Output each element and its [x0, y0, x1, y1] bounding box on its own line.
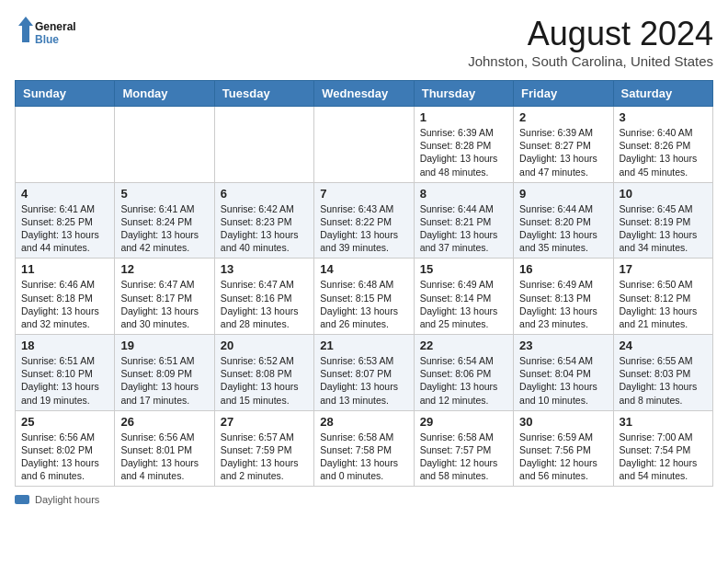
day-number: 24 — [620, 339, 707, 352]
calendar-cell: 24Sunrise: 6:55 AMSunset: 8:03 PMDayligh… — [613, 335, 712, 411]
day-info: Sunrise: 6:45 AMSunset: 8:19 PMDaylight:… — [620, 202, 707, 255]
day-number: 9 — [519, 187, 607, 201]
day-number: 20 — [221, 339, 308, 352]
calendar-cell: 11Sunrise: 6:46 AMSunset: 8:18 PMDayligh… — [16, 259, 115, 335]
day-info: Sunrise: 6:53 AMSunset: 8:07 PMDaylight:… — [320, 354, 407, 407]
day-number: 3 — [620, 110, 707, 124]
calendar-cell: 12Sunrise: 6:47 AMSunset: 8:17 PMDayligh… — [115, 259, 214, 335]
day-number: 31 — [620, 415, 707, 429]
day-number: 18 — [21, 339, 108, 352]
calendar-week-4: 18Sunrise: 6:51 AMSunset: 8:10 PMDayligh… — [16, 335, 713, 411]
calendar-cell: 31Sunrise: 7:00 AMSunset: 7:54 PMDayligh… — [613, 410, 712, 487]
calendar-week-3: 11Sunrise: 6:46 AMSunset: 8:18 PMDayligh… — [16, 259, 713, 335]
calendar-cell — [314, 107, 414, 183]
calendar-cell: 29Sunrise: 6:58 AMSunset: 7:57 PMDayligh… — [414, 410, 513, 487]
calendar-cell: 5Sunrise: 6:41 AMSunset: 8:24 PMDaylight… — [115, 182, 214, 259]
calendar-cell: 4Sunrise: 6:41 AMSunset: 8:25 PMDaylight… — [16, 182, 115, 259]
calendar-cell: 18Sunrise: 6:51 AMSunset: 8:10 PMDayligh… — [16, 335, 115, 411]
day-info: Sunrise: 6:49 AMSunset: 8:13 PMDaylight:… — [519, 278, 607, 330]
calendar-cell: 19Sunrise: 6:51 AMSunset: 8:09 PMDayligh… — [115, 335, 214, 411]
calendar-cell — [115, 107, 214, 183]
day-number: 21 — [320, 339, 407, 352]
svg-text:General: General — [35, 20, 76, 33]
day-number: 27 — [221, 415, 308, 429]
calendar-cell: 25Sunrise: 6:56 AMSunset: 8:02 PMDayligh… — [16, 410, 115, 487]
page-title: August 2024 — [468, 15, 713, 53]
day-info: Sunrise: 6:50 AMSunset: 8:12 PMDaylight:… — [620, 278, 707, 330]
day-info: Sunrise: 7:00 AMSunset: 7:54 PMDaylight:… — [620, 431, 707, 483]
day-number: 26 — [120, 415, 208, 429]
day-info: Sunrise: 6:56 AMSunset: 8:01 PMDaylight:… — [120, 431, 208, 483]
title-area: August 2024 Johnston, South Carolina, Un… — [468, 15, 713, 69]
day-info: Sunrise: 6:51 AMSunset: 8:09 PMDaylight:… — [120, 354, 208, 407]
day-info: Sunrise: 6:47 AMSunset: 8:17 PMDaylight:… — [120, 278, 208, 330]
col-header-wednesday: Wednesday — [314, 81, 414, 107]
day-number: 23 — [519, 339, 607, 352]
day-info: Sunrise: 6:58 AMSunset: 7:57 PMDaylight:… — [420, 431, 507, 483]
day-number: 30 — [519, 415, 607, 429]
calendar-header: SundayMondayTuesdayWednesdayThursdayFrid… — [16, 81, 713, 107]
calendar-cell: 2Sunrise: 6:39 AMSunset: 8:27 PMDaylight… — [514, 107, 613, 183]
calendar-cell: 20Sunrise: 6:52 AMSunset: 8:08 PMDayligh… — [214, 335, 313, 411]
calendar-cell: 6Sunrise: 6:42 AMSunset: 8:23 PMDaylight… — [214, 182, 313, 259]
calendar-cell: 28Sunrise: 6:58 AMSunset: 7:58 PMDayligh… — [314, 410, 414, 487]
day-info: Sunrise: 6:42 AMSunset: 8:23 PMDaylight:… — [221, 202, 308, 255]
calendar-week-5: 25Sunrise: 6:56 AMSunset: 8:02 PMDayligh… — [16, 410, 713, 487]
calendar-cell — [214, 107, 313, 183]
calendar-cell: 22Sunrise: 6:54 AMSunset: 8:06 PMDayligh… — [414, 335, 513, 411]
page-subtitle: Johnston, South Carolina, United States — [468, 53, 713, 69]
calendar-cell: 8Sunrise: 6:44 AMSunset: 8:21 PMDaylight… — [414, 182, 513, 259]
day-number: 5 — [120, 187, 208, 201]
day-number: 7 — [320, 187, 407, 201]
day-info: Sunrise: 6:44 AMSunset: 8:21 PMDaylight:… — [420, 202, 507, 255]
calendar-cell: 14Sunrise: 6:48 AMSunset: 8:15 PMDayligh… — [314, 259, 414, 335]
day-number: 19 — [120, 339, 208, 352]
day-number: 6 — [221, 187, 308, 201]
calendar-body: 1Sunrise: 6:39 AMSunset: 8:28 PMDaylight… — [16, 107, 713, 487]
day-number: 12 — [120, 262, 208, 276]
calendar-cell: 23Sunrise: 6:54 AMSunset: 8:04 PMDayligh… — [514, 335, 613, 411]
svg-marker-2 — [18, 17, 33, 42]
day-number: 14 — [320, 262, 407, 276]
daylight-bar-icon — [15, 495, 29, 504]
day-info: Sunrise: 6:49 AMSunset: 8:14 PMDaylight:… — [420, 278, 507, 330]
calendar-cell: 13Sunrise: 6:47 AMSunset: 8:16 PMDayligh… — [214, 259, 313, 335]
calendar-week-2: 4Sunrise: 6:41 AMSunset: 8:25 PMDaylight… — [16, 182, 713, 259]
day-info: Sunrise: 6:54 AMSunset: 8:06 PMDaylight:… — [420, 354, 507, 407]
logo: General Blue — [15, 15, 107, 52]
day-number: 1 — [420, 110, 507, 124]
day-info: Sunrise: 6:54 AMSunset: 8:04 PMDaylight:… — [519, 354, 607, 407]
calendar-cell: 9Sunrise: 6:44 AMSunset: 8:20 PMDaylight… — [514, 182, 613, 259]
day-info: Sunrise: 6:56 AMSunset: 8:02 PMDaylight:… — [21, 431, 108, 483]
day-info: Sunrise: 6:39 AMSunset: 8:28 PMDaylight:… — [420, 126, 507, 178]
day-info: Sunrise: 6:57 AMSunset: 7:59 PMDaylight:… — [221, 431, 308, 483]
day-info: Sunrise: 6:51 AMSunset: 8:10 PMDaylight:… — [21, 354, 108, 407]
day-info: Sunrise: 6:39 AMSunset: 8:27 PMDaylight:… — [519, 126, 607, 178]
day-number: 28 — [320, 415, 407, 429]
col-header-sunday: Sunday — [16, 81, 115, 107]
day-info: Sunrise: 6:55 AMSunset: 8:03 PMDaylight:… — [620, 354, 707, 407]
col-header-monday: Monday — [115, 81, 214, 107]
calendar-cell: 21Sunrise: 6:53 AMSunset: 8:07 PMDayligh… — [314, 335, 414, 411]
calendar-cell: 10Sunrise: 6:45 AMSunset: 8:19 PMDayligh… — [613, 182, 712, 259]
day-info: Sunrise: 6:40 AMSunset: 8:26 PMDaylight:… — [620, 126, 707, 178]
day-info: Sunrise: 6:41 AMSunset: 8:25 PMDaylight:… — [21, 202, 108, 255]
day-info: Sunrise: 6:59 AMSunset: 7:56 PMDaylight:… — [519, 431, 607, 483]
day-number: 8 — [420, 187, 507, 201]
col-header-friday: Friday — [514, 81, 613, 107]
calendar-table: SundayMondayTuesdayWednesdayThursdayFrid… — [15, 80, 713, 487]
day-number: 29 — [420, 415, 507, 429]
day-number: 17 — [620, 262, 707, 276]
day-info: Sunrise: 6:52 AMSunset: 8:08 PMDaylight:… — [221, 354, 308, 407]
logo-svg: General Blue — [15, 15, 107, 52]
calendar-cell — [16, 107, 115, 183]
calendar-cell: 26Sunrise: 6:56 AMSunset: 8:01 PMDayligh… — [115, 410, 214, 487]
col-header-saturday: Saturday — [613, 81, 712, 107]
day-info: Sunrise: 6:48 AMSunset: 8:15 PMDaylight:… — [320, 278, 407, 330]
day-info: Sunrise: 6:47 AMSunset: 8:16 PMDaylight:… — [221, 278, 308, 330]
day-number: 4 — [21, 187, 108, 201]
day-number: 11 — [21, 262, 108, 276]
header: General Blue August 2024 Johnston, South… — [15, 15, 713, 69]
calendar-week-1: 1Sunrise: 6:39 AMSunset: 8:28 PMDaylight… — [16, 107, 713, 183]
calendar-cell: 1Sunrise: 6:39 AMSunset: 8:28 PMDaylight… — [414, 107, 513, 183]
